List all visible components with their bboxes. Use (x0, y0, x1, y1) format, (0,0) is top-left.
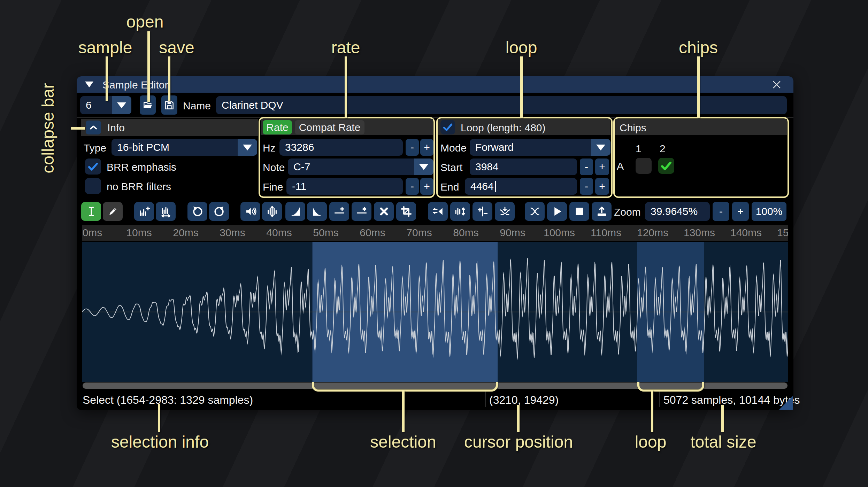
hz-input[interactable]: 33286 (279, 139, 403, 156)
tab-compat-rate[interactable]: Compat Rate (295, 120, 364, 134)
zoom-input[interactable]: 39.9645% (645, 202, 710, 221)
loop-panel-title: Loop (length: 480) (461, 122, 546, 134)
zoom-out-button[interactable]: - (713, 202, 729, 221)
zoom-reset-button[interactable]: 100% (752, 202, 786, 221)
ruler-label: 30ms (220, 227, 245, 239)
annotation-line-loop (520, 56, 523, 118)
chips-panel-title: Chips (620, 122, 646, 134)
fade-in-button[interactable] (285, 202, 305, 221)
reverse-button[interactable] (428, 202, 448, 221)
sign-button[interactable] (473, 202, 492, 221)
invert-button[interactable] (450, 202, 470, 221)
fine-input[interactable]: -11 (286, 178, 403, 195)
loop-start-value: 3984 (475, 161, 499, 173)
insert-silence-button[interactable] (329, 202, 349, 221)
fine-plus-button[interactable]: + (420, 178, 433, 195)
annotation-save: save (159, 38, 194, 57)
brr-emphasis-checkbox[interactable] (85, 159, 101, 175)
info-panel-title: Info (107, 122, 125, 134)
fine-minus-button[interactable]: - (406, 178, 419, 195)
ruler-label: 50ms (313, 227, 338, 239)
note-select[interactable]: C-7 (288, 159, 433, 175)
close-icon[interactable] (771, 79, 783, 91)
chip-2-checkbox[interactable] (658, 158, 674, 174)
crossfade-button[interactable] (525, 202, 545, 221)
chip-column-1: 1 (636, 143, 642, 155)
draw-mode-button[interactable] (103, 202, 123, 221)
trim-button[interactable] (396, 202, 416, 221)
hz-plus-button[interactable]: + (420, 139, 433, 156)
normalize-button[interactable] (262, 202, 282, 221)
desktop: Sample Editor 6 Name Clarinet DQV Info T… (0, 0, 868, 487)
selection-bracket (312, 382, 498, 392)
silence-apply-icon (356, 206, 368, 217)
name-value: Clarinet DQV (222, 99, 283, 111)
waveform-normalize-icon (266, 206, 278, 217)
annotation-line-collapse-bar (71, 127, 85, 130)
resize-grip[interactable] (779, 396, 793, 410)
fade-out-icon (311, 206, 323, 217)
ruler-label: 70ms (406, 227, 432, 239)
stop-preview-button[interactable] (569, 202, 589, 221)
annotation-line-selection (402, 390, 405, 432)
apply-silence-button[interactable] (352, 202, 371, 221)
filter-icon (499, 206, 511, 217)
loop-start-plus-button[interactable]: + (595, 159, 609, 175)
time-ruler[interactable]: 0ms10ms20ms30ms40ms50ms60ms70ms80ms90ms1… (82, 225, 788, 241)
check-icon (442, 121, 454, 133)
status-divider (485, 391, 486, 407)
create-instrument-button[interactable] (592, 202, 612, 221)
no-brr-filters-checkbox[interactable] (85, 178, 101, 194)
check-icon (660, 159, 673, 172)
type-select[interactable]: 16-bit PCM (112, 139, 257, 156)
loop-mode-select[interactable]: Forward (470, 139, 610, 156)
fade-out-button[interactable] (307, 202, 327, 221)
resize-button[interactable] (134, 202, 154, 221)
ruler-label: 60ms (360, 227, 385, 239)
loop-mode-arrow[interactable] (591, 139, 610, 156)
type-select-arrow[interactable] (238, 139, 257, 156)
resample-button[interactable] (156, 202, 176, 221)
hz-value: 33286 (285, 141, 314, 153)
collapse-bar-button[interactable] (86, 121, 101, 134)
zoom-in-button[interactable]: + (732, 202, 749, 221)
preview-button[interactable] (547, 202, 567, 221)
zoom-label: Zoom (614, 206, 641, 218)
loop-end-plus-button[interactable]: + (595, 178, 609, 195)
annotation-line-selection-info (158, 404, 160, 432)
filter-button[interactable] (495, 202, 515, 221)
ruler-label: 150ms (777, 227, 788, 239)
name-input[interactable]: Clarinet DQV (216, 96, 787, 114)
annotation-loop-bottom: loop (635, 432, 667, 451)
loop-start-minus-button[interactable]: - (580, 159, 593, 175)
no-brr-filters-label: no BRR filters (107, 181, 171, 193)
tab-rate[interactable]: Rate (263, 120, 292, 134)
annotation-line-chips (697, 56, 700, 118)
note-select-arrow[interactable] (414, 159, 433, 175)
hz-minus-button[interactable]: - (406, 139, 419, 156)
amplify-button[interactable] (240, 202, 260, 221)
loop-end-input[interactable]: 4464 (465, 178, 577, 195)
type-value: 16-bit PCM (117, 141, 169, 153)
fine-value: -11 (292, 180, 306, 192)
sample-select-arrow[interactable] (112, 96, 131, 114)
waveform-display[interactable] (82, 242, 788, 382)
ruler-label: 110ms (591, 227, 621, 239)
loop-start-label: Start (440, 162, 462, 173)
loop-end-minus-button[interactable]: - (580, 178, 593, 195)
sample-number: 6 (86, 99, 92, 111)
collapse-triangle-icon[interactable] (85, 82, 93, 87)
annotation-sample: sample (78, 38, 132, 57)
redo-button[interactable] (209, 202, 229, 221)
loop-enable-checkbox[interactable] (440, 120, 455, 134)
undo-button[interactable] (187, 202, 207, 221)
loop-start-input[interactable]: 3984 (470, 159, 577, 175)
chevron-down-icon (596, 145, 605, 150)
delete-button[interactable] (374, 202, 394, 221)
chip-1-checkbox[interactable] (636, 158, 652, 174)
signed-unsigned-icon (477, 206, 489, 217)
title-bar[interactable] (77, 76, 793, 93)
silence-plus-icon (333, 206, 345, 217)
annotation-line-open (147, 31, 150, 102)
select-mode-button[interactable] (81, 202, 101, 221)
